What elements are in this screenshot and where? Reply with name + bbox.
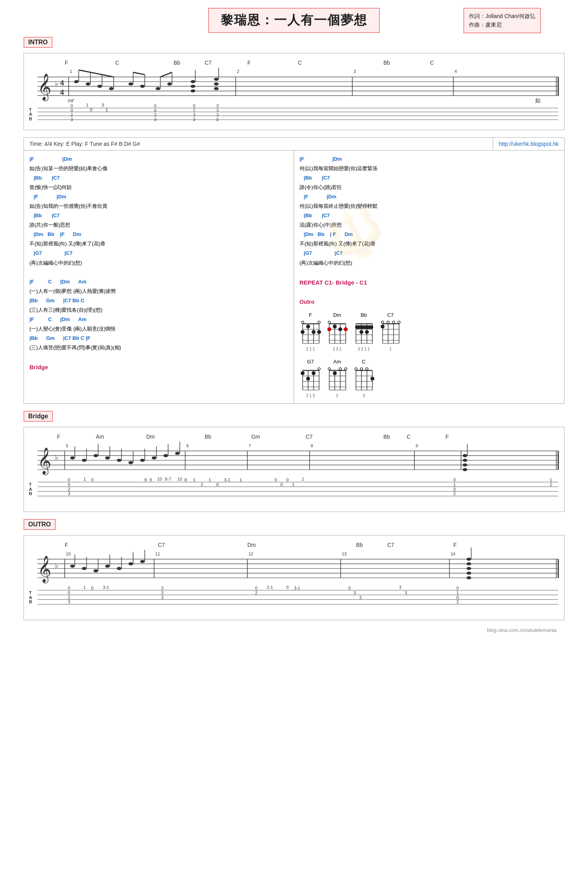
svg-point-137 bbox=[398, 321, 400, 323]
svg-text:3: 3 bbox=[102, 103, 104, 107]
chord-line: |F |Dm bbox=[29, 154, 288, 164]
svg-point-47 bbox=[191, 80, 195, 83]
svg-text:8: 8 bbox=[311, 443, 313, 448]
svg-text:3: 3 bbox=[216, 103, 219, 108]
lyric-line-r2: 誰(令)你心(跳)若狂 bbox=[299, 183, 559, 192]
url-info: http://ukerhk.blogspot.hk bbox=[493, 138, 564, 150]
svg-text:Dm: Dm bbox=[247, 542, 256, 548]
svg-text:F: F bbox=[247, 60, 250, 66]
svg-text:Am: Am bbox=[96, 434, 104, 440]
lyrics-grid: |F |Dm 如(告)知某一些的戀愛(結)果會心傷 |Bb |C7 曾(愉)快一… bbox=[24, 151, 564, 403]
svg-text:Bb: Bb bbox=[356, 542, 363, 548]
bridge-staff-svg: F Am Dm Bb Gm C7 Bb C F 𝄞 ♭ bbox=[26, 431, 562, 510]
svg-text:3: 3 bbox=[399, 585, 401, 590]
chord-grid-Bb bbox=[353, 321, 375, 346]
svg-text:2: 2 bbox=[201, 482, 203, 487]
svg-point-260 bbox=[463, 454, 467, 457]
svg-text:10: 10 bbox=[157, 477, 162, 481]
svg-text:Gm: Gm bbox=[251, 434, 260, 440]
svg-text:2: 2 bbox=[68, 595, 70, 600]
svg-text:1: 1 bbox=[105, 107, 108, 112]
svg-text:1: 1 bbox=[550, 477, 552, 482]
svg-text:10: 10 bbox=[66, 552, 71, 556]
svg-text:1: 1 bbox=[302, 477, 304, 481]
lyricist-credit: 作詞：Jolland Chan/何啟弘 bbox=[469, 12, 535, 20]
svg-text:3: 3 bbox=[216, 108, 219, 113]
svg-text:3: 3 bbox=[193, 117, 195, 122]
svg-point-206 bbox=[70, 457, 75, 460]
svg-text:0: 0 bbox=[456, 595, 459, 600]
svg-text:如: 如 bbox=[535, 97, 541, 103]
svg-rect-121 bbox=[355, 325, 373, 329]
svg-text:4: 4 bbox=[60, 79, 64, 87]
svg-point-161 bbox=[328, 368, 330, 370]
svg-text:1: 1 bbox=[456, 590, 459, 595]
lyric-line: 誰(共)你一般)思想 bbox=[29, 220, 288, 230]
svg-text:C7: C7 bbox=[387, 542, 394, 548]
svg-point-92 bbox=[306, 325, 310, 329]
lyric-line-r6: (再)次編織心中的幻(想) bbox=[299, 258, 559, 268]
svg-text:3: 3 bbox=[71, 117, 73, 122]
bridge-section: Bridge F Am Dm Bb Gm C7 Bb C F 𝄞 bbox=[24, 411, 564, 512]
intro-staff-area: F C Bb C7 F C Bb C 𝄞 ♭ 4 4 bbox=[24, 53, 564, 130]
svg-text:Bb: Bb bbox=[383, 434, 390, 440]
svg-text:2: 2 bbox=[550, 482, 552, 487]
lyric-line: 曾(愉)快一(試)何妨 bbox=[29, 183, 288, 192]
svg-text:1: 1 bbox=[86, 103, 89, 107]
svg-line-46 bbox=[160, 72, 172, 77]
chord-line-r3: |F |Dm bbox=[299, 192, 559, 201]
chord-line: |G7 |C7 bbox=[29, 249, 288, 258]
svg-point-302 bbox=[129, 563, 133, 566]
chord-line-r2: |Bb |C7 bbox=[299, 173, 559, 183]
intro-section: INTRO F C Bb C7 F C Bb C 𝄞 bbox=[24, 37, 564, 130]
info-row: Time: 4/4 Key: E Play: F Tune as F# B D#… bbox=[24, 138, 564, 151]
svg-line-36 bbox=[79, 70, 114, 77]
svg-text:2: 2 bbox=[255, 590, 258, 595]
outro-section: OUTRO F C7 Dm Bb C7 F 𝄞 ♭ bbox=[24, 519, 564, 620]
svg-text:𝄞: 𝄞 bbox=[38, 555, 51, 584]
svg-text:A: A bbox=[29, 595, 32, 600]
svg-text:♭: ♭ bbox=[55, 562, 58, 570]
chord-line-r4: |Bb |C7 bbox=[299, 211, 559, 220]
bridge-section-label: Bridge bbox=[24, 411, 53, 422]
svg-text:mf: mf bbox=[68, 98, 74, 103]
lyric-line: 如(告)知某一些的戀愛(結)果會心傷 bbox=[29, 164, 288, 173]
svg-point-147 bbox=[301, 371, 305, 375]
svg-point-222 bbox=[163, 454, 168, 457]
svg-text:F: F bbox=[65, 542, 68, 548]
svg-point-108 bbox=[338, 327, 342, 331]
svg-text:0: 0 bbox=[71, 103, 73, 108]
main-content-box: Time: 4/4 Key: E Play: F Tune as F# B D#… bbox=[24, 137, 564, 404]
svg-text:2: 2 bbox=[71, 113, 73, 117]
svg-text:♭: ♭ bbox=[55, 454, 58, 462]
chord-diagram-Bb: Bb bbox=[353, 310, 375, 353]
svg-point-160 bbox=[333, 371, 337, 375]
chord-line: |Dm Bb |F Dm bbox=[29, 230, 288, 239]
lyric-line-r4: 流(露)你心(中)所想 bbox=[299, 220, 559, 230]
svg-text:13: 13 bbox=[342, 552, 347, 556]
svg-point-218 bbox=[140, 459, 145, 462]
svg-point-97 bbox=[318, 321, 320, 323]
svg-text:2-1: 2-1 bbox=[267, 585, 273, 590]
svg-text:0: 0 bbox=[456, 586, 459, 590]
svg-point-214 bbox=[117, 459, 122, 462]
chord-diagram-C7: C7 bbox=[379, 310, 401, 353]
svg-point-307 bbox=[466, 563, 471, 566]
svg-text:3: 3 bbox=[161, 586, 163, 590]
repeat-label: REPEAT C1- Bridge - C1 bbox=[299, 277, 559, 288]
chord-diagram-Am: Am bbox=[326, 357, 348, 400]
svg-text:1: 1 bbox=[83, 585, 86, 590]
svg-text:1: 1 bbox=[453, 482, 456, 487]
chord-line: |F |Dm bbox=[29, 192, 288, 201]
credits: 作詞：Jolland Chan/何啟弘 作曲：盧東尼 bbox=[463, 8, 541, 33]
svg-text:1: 1 bbox=[70, 69, 72, 74]
svg-text:3: 3 bbox=[354, 590, 356, 595]
svg-point-300 bbox=[117, 567, 122, 570]
svg-point-42 bbox=[156, 87, 160, 90]
svg-point-220 bbox=[152, 457, 156, 460]
svg-point-212 bbox=[105, 457, 110, 460]
svg-text:0: 0 bbox=[193, 103, 195, 108]
bridge-staff-area: F Am Dm Bb Gm C7 Bb C F 𝄞 ♭ bbox=[24, 427, 564, 512]
svg-point-298 bbox=[105, 565, 110, 568]
svg-point-107 bbox=[333, 325, 337, 329]
